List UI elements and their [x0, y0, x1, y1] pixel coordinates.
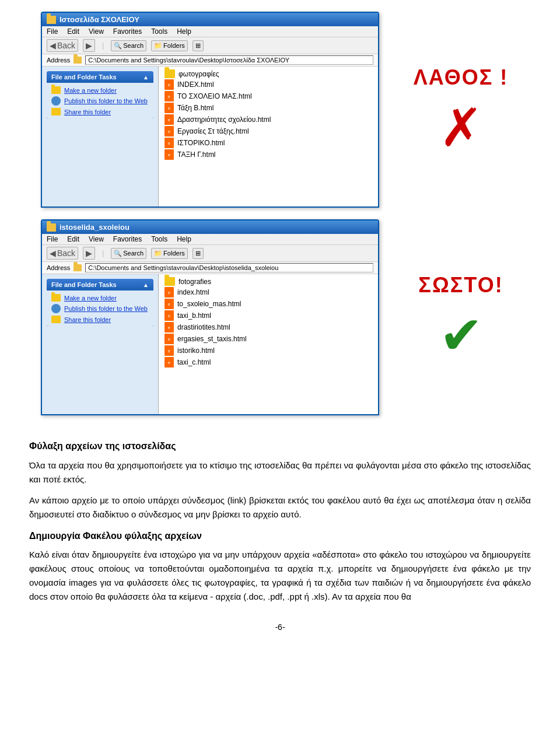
- file-item-1-3[interactable]: e Τάξη Β.html: [163, 102, 373, 114]
- task-panel-1: File and Folder Tasks ▲ Make a new folde…: [47, 71, 153, 119]
- view-button-2[interactable]: ⊞: [192, 248, 204, 259]
- search-button-2[interactable]: 🔍 Search: [111, 248, 146, 259]
- file-name-1-7: ΤΑΞΗ Γ.html: [177, 150, 216, 159]
- file-name-1-1: INDEX.html: [177, 80, 214, 89]
- menubar-1: File Edit View Favorites Tools Help: [42, 26, 378, 37]
- wrong-label-panel: ΛΑΘΟΣ ! ✗: [402, 65, 519, 154]
- file-item-1-5[interactable]: e Εργασίες Στ τάξης.html: [163, 125, 373, 137]
- task-new-folder-2[interactable]: Make a new folder: [51, 294, 149, 302]
- task-panel-header-1: File and Folder Tasks ▲: [47, 71, 153, 83]
- toolbar-2: ◀ Back ▶ | 🔍 Search 📁 Folders ⊞: [42, 245, 378, 262]
- menu-tools-1[interactable]: Tools: [151, 27, 167, 36]
- menu-view-2[interactable]: View: [89, 235, 104, 243]
- page-number: -6-: [275, 622, 285, 632]
- check-icon: ✔: [439, 309, 483, 362]
- page-content: Ιστοσελίδα ΣΧΟΛΕΙΟΥ File Edit View Favor…: [23, 12, 537, 632]
- address-bar-row-1: Address C:\Documents and Settings\stavro…: [42, 54, 378, 66]
- file-item-1-7[interactable]: e ΤΑΞΗ Γ.html: [163, 149, 373, 160]
- task-panel-chevron-1[interactable]: ▲: [143, 74, 149, 80]
- correct-label: ΣΩΣΤΟ!: [418, 273, 503, 298]
- file-item-1-1[interactable]: e INDEX.html: [163, 79, 373, 90]
- html-icon-1-7: e: [164, 149, 174, 160]
- address-label-2: Address: [47, 264, 70, 271]
- html-icon-1-2: e: [164, 91, 174, 102]
- file-item-2-2[interactable]: e to_sxoleio_mas.html: [163, 298, 373, 310]
- search-button-1[interactable]: 🔍 Search: [111, 40, 146, 51]
- forward-button-2[interactable]: ▶: [83, 247, 95, 260]
- task-share-2[interactable]: Share this folder: [51, 316, 149, 323]
- menu-edit-1[interactable]: Edit: [67, 27, 79, 36]
- menu-file-2[interactable]: File: [47, 235, 58, 243]
- task-panel-2: File and Folder Tasks ▲ Make a new folde…: [47, 279, 153, 327]
- back-button-1[interactable]: ◀ Back: [47, 39, 78, 52]
- file-item-1-2[interactable]: e ΤΟ ΣΧΟΛΕΙΟ ΜΑΣ.html: [163, 90, 373, 102]
- file-item-1-6[interactable]: e ΙΣΤΟΡΙΚΟ.html: [163, 137, 373, 149]
- html-icon-1-3: e: [164, 103, 174, 113]
- view-button-1[interactable]: ⊞: [192, 40, 204, 51]
- task-panel-title-1: File and Folder Tasks: [51, 74, 117, 80]
- file-name-2-4: drastiriotites.html: [177, 323, 230, 331]
- file-item-2-0[interactable]: fotografies: [163, 276, 373, 286]
- left-panel-2: File and Folder Tasks ▲ Make a new folde…: [42, 274, 159, 414]
- section1-title: Φύλαξη αρχείων της ιστοσελίδας: [29, 439, 531, 454]
- folders-button-2[interactable]: 📁 Folders: [151, 248, 188, 259]
- menu-edit-2[interactable]: Edit: [67, 235, 79, 243]
- task-new-folder-label-2: Make a new folder: [64, 295, 117, 302]
- file-item-2-1[interactable]: e index.html: [163, 286, 373, 298]
- file-name-2-5: ergasies_st_taxis.html: [177, 335, 247, 343]
- task-share-1[interactable]: Share this folder: [51, 108, 149, 116]
- task-new-folder-label-1: Make a new folder: [64, 87, 117, 94]
- menu-tools-2[interactable]: Tools: [151, 235, 167, 243]
- menu-favorites-2[interactable]: Favorites: [113, 235, 142, 243]
- file-item-2-6[interactable]: e istoriko.html: [163, 345, 373, 356]
- menu-favorites-1[interactable]: Favorites: [113, 27, 142, 36]
- folders-button-1[interactable]: 📁 Folders: [151, 40, 188, 51]
- address-input-2[interactable]: C:\Documents and Settings\stavroulav\Des…: [85, 263, 373, 272]
- file-name-2-6: istoriko.html: [177, 346, 215, 355]
- title-folder-icon-1: [47, 16, 56, 24]
- task-share-icon-1: [51, 108, 61, 116]
- task-publish-label-2: Publish this folder to the Web: [64, 305, 148, 312]
- wrong-label: ΛΑΘΟΣ !: [414, 65, 509, 90]
- task-new-folder-1[interactable]: Make a new folder: [51, 86, 149, 94]
- section2-text: Αν κάποιο αρχείο με το οποίο υπάρχει σύν…: [29, 494, 531, 522]
- file-item-1-0[interactable]: φωτογραφίες: [163, 69, 373, 79]
- file-item-2-3[interactable]: e taxi_b.html: [163, 310, 373, 321]
- file-item-2-4[interactable]: e drastiriotites.html: [163, 321, 373, 333]
- menu-file-1[interactable]: File: [47, 27, 58, 36]
- section3-text: Καλό είναι όταν δημιουργείτε ένα ιστοχώρ…: [29, 548, 531, 604]
- menu-view-1[interactable]: View: [89, 27, 104, 36]
- address-input-1[interactable]: C:\Documents and Settings\stavroulav\Des…: [85, 55, 373, 65]
- wrong-row: Ιστοσελίδα ΣΧΟΛΕΙΟΥ File Edit View Favor…: [23, 12, 537, 208]
- file-item-2-5[interactable]: e ergasies_st_taxis.html: [163, 333, 373, 345]
- file-name-2-7: taxi_c.html: [177, 358, 211, 366]
- task-panel-header-2: File and Folder Tasks ▲: [47, 279, 153, 290]
- address-folder-icon-1: [74, 57, 82, 64]
- file-name-1-0: φωτογραφίες: [178, 70, 219, 78]
- task-publish-1[interactable]: Publish this folder to the Web: [51, 96, 149, 106]
- html-icon-1-6: e: [164, 138, 174, 148]
- file-item-1-4[interactable]: e Δραστηριότητες σχολείου.html: [163, 114, 373, 125]
- task-folder-icon-1: [51, 86, 61, 94]
- titlebar-1: Ιστοσελίδα ΣΧΟΛΕΙΟΥ: [42, 13, 378, 26]
- task-panel-chevron-2[interactable]: ▲: [143, 282, 149, 288]
- task-panel-body-2: Make a new folder Publish this folder to…: [47, 290, 153, 327]
- menu-help-2[interactable]: Help: [177, 235, 191, 243]
- forward-button-1[interactable]: ▶: [83, 39, 95, 52]
- file-name-1-3: Τάξη Β.html: [177, 104, 214, 112]
- file-name-2-0: fotografies: [178, 278, 211, 286]
- task-publish-2[interactable]: Publish this folder to the Web: [51, 304, 149, 313]
- task-panel-title-2: File and Folder Tasks: [51, 281, 117, 288]
- body-2: File and Folder Tasks ▲ Make a new folde…: [42, 274, 378, 414]
- correct-row: istoselida_sxoleiou File Edit View Favor…: [23, 219, 537, 415]
- explorer-window-2: istoselida_sxoleiou File Edit View Favor…: [41, 219, 379, 415]
- correct-label-panel: ΣΩΣΤΟ! ✔: [402, 273, 519, 362]
- task-publish-label-1: Publish this folder to the Web: [64, 97, 148, 104]
- menubar-2: File Edit View Favorites Tools Help: [42, 234, 378, 245]
- title-folder-icon-2: [47, 223, 56, 232]
- menu-help-1[interactable]: Help: [177, 27, 191, 36]
- file-name-2-2: to_sxoleio_mas.html: [177, 300, 241, 308]
- html-icon-2-3: e: [164, 310, 174, 321]
- back-button-2[interactable]: ◀ Back: [47, 247, 78, 260]
- file-item-2-7[interactable]: e taxi_c.html: [163, 356, 373, 368]
